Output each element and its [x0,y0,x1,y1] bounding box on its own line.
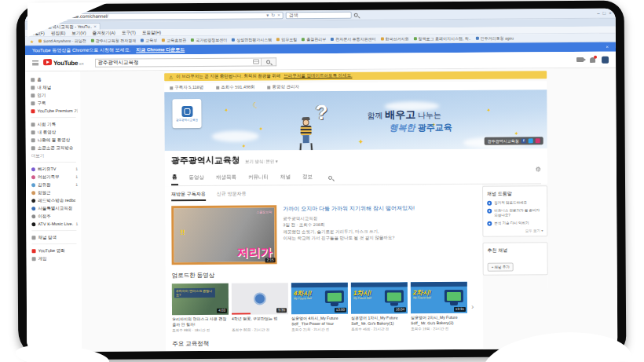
tab-playlists[interactable]: 재생목록 [215,172,237,185]
video-thumbnail[interactable]: 1차시! My Future Self 16:04 [351,282,408,313]
sidebar-item-trending[interactable]: 인기 [31,91,80,99]
keyboard-icon[interactable] [253,59,259,64]
bookmark-item[interactable]: 전자문서 유통지원센터 [331,37,375,42]
sidebar-item-history[interactable]: 시청 기록 [31,120,81,128]
sidebar-subscription[interactable]: 여성가족부1 [31,173,81,181]
tab-videos[interactable]: 동영상 [188,172,205,185]
sidebar-item-my-videos[interactable]: 내 동영상 [31,128,81,136]
sidebar-subscription[interactable]: 이정주 [31,212,81,220]
video-thumbnail[interactable]: 2차시! My Future Self 13:31 [411,282,467,313]
help-see-all-link[interactable]: 모두 보기 ▾ [487,229,543,232]
youtube-search-button[interactable] [262,57,276,66]
video-card[interactable]: 2차시! My Future Self 13:31 실용영어 2차시_My Fu… [411,282,467,331]
sidebar-item-subscriptions[interactable]: 구독 [31,99,80,107]
video-title[interactable]: 실용영어 2차시_My Future Self_ Mr. Gu's Bakery… [411,315,467,326]
bookmark-item[interactable]: 교육부 [141,38,157,42]
refresh-icon[interactable]: ↻ [271,13,275,17]
video-thumbnail[interactable]: 4차시! My Future Self 13:00 [291,283,348,314]
menu-view[interactable]: 보기(V) [71,30,86,35]
sidebar-item-watch-later[interactable]: 나중에 볼 동영상 [31,136,81,144]
account-avatar[interactable] [602,56,609,63]
facebook-icon[interactable]: f [521,138,526,143]
bookmark-item[interactable]: 업무포털 [276,37,297,42]
bookmark-item[interactable]: 인주거리호칭 agou [475,36,514,41]
video-manager-link[interactable]: 동영상 관리자 [268,84,300,90]
bookmark-item[interactable]: 출결관리부 [302,37,326,42]
help-item[interactable]: 정기적 업로드하세요 [487,200,543,205]
featured-video-thumbnail[interactable]: 스쿨오브락 !! 저리가 2:15 [171,205,276,265]
bookmark-item[interactable]: 상설면접평가시스템 [232,37,272,42]
youtube-logo[interactable]: YouTube KR [43,59,84,67]
url-dropdown-icon[interactable]: ▾ [266,13,269,17]
promo-close-icon[interactable]: × [606,45,609,49]
menu-edit[interactable]: 편집(E) [51,30,65,35]
sidebar-item-browse-channels[interactable]: 채널 탐색 [31,233,81,241]
video-card[interactable]: 1차시! My Future Self 16:04 실용영어 1차시_My Fu… [351,282,408,331]
video-upload-icon[interactable] [576,57,584,62]
bookmark-item[interactable]: 한국선거지원 [381,36,409,41]
sidebar-item-premium[interactable]: YouTube Premium 가입 [31,107,80,115]
close-tab-icon[interactable]: × [93,24,97,29]
featured-video-title[interactable]: 가까이 오지마 다들 가까워 지기위해 잠시 떨어져있자! [283,204,415,214]
chrome-download-link[interactable]: 지금 Chrome 다운로드 [136,46,185,53]
bookmark-item[interactable]: 국가법령정보센터 [191,38,227,42]
video-thumbnail[interactable]: 우리아이 면마스크 괜찮나요? 4:03 [172,283,229,315]
tab-channels[interactable]: 채널 [280,171,291,184]
update-browser-link[interactable]: 브라우저를 업데이트하도록 하세요. [284,73,352,79]
view-as-selector[interactable]: 보기 방식: 본인 ▾ [245,159,278,164]
minimize-button[interactable]: – [597,11,599,16]
channel-settings-gear-icon[interactable]: ⚙ [536,166,541,173]
sidebar-item-movies[interactable]: YouTube 영화 [32,247,82,254]
browser-search-icon[interactable] [354,13,358,16]
sidebar-subscription[interactable]: 정원근 [31,188,81,196]
twitter-icon[interactable] [529,138,533,143]
maximize-button[interactable]: □ [603,11,606,16]
notifications-bell-icon[interactable] [590,57,595,62]
sidebar-item-playlist[interactable]: 소곤소곤 교육방송 [31,144,81,152]
sidebar-item-show-more[interactable]: 더보기 [31,152,81,159]
video-card[interactable]: 4차시! My Future Self 13:00 실용영어 4차시_My Fu… [291,283,348,331]
sidebar-subscription[interactable]: ATV K-Music Live...1 [31,220,81,228]
help-item[interactable]: 비즈니스 전문가가 될 준비가 되셨나요? [487,208,543,218]
video-card[interactable]: 우리아이 면마스크 괜찮나요? 4:03 우리아이의 면마스크 사용 괜찮을까 … [172,283,229,332]
sidebar-subscription[interactable]: 빠키유TV1 [31,165,81,173]
youtube-search-input[interactable] [96,59,253,65]
bookmark-item[interactable]: 정책로그 홈페이지시스템, 학.. [414,36,471,41]
video-title[interactable]: 우리아이의 면마스크 사용 괜찮을까 안 될까! [172,316,229,327]
tab-about[interactable]: 정보 [302,171,313,184]
tab-returning-subscribers[interactable]: 재방문 구독자용 [171,191,206,201]
tab-community[interactable]: 커뮤니티 [247,171,269,184]
menu-help[interactable]: 도움말(H) [142,30,161,35]
channel-avatar-logo[interactable]: 광주광역시교육청 [172,99,201,128]
add-channel-button[interactable]: + 채널 추가 [488,262,514,271]
channel-search-icon[interactable] [328,175,332,179]
close-window-button[interactable]: × [609,11,612,16]
bookmark-item[interactable]: 교육홍보관 [162,38,186,42]
stop-icon[interactable]: × [277,13,280,17]
bookmark-item[interactable]: 광주시교육청 전자결재 [91,38,136,42]
tab-home[interactable]: 홈 [171,171,178,185]
bookmark-item[interactable]: Send Anywhere - 파일전 [38,38,86,43]
browser-search-input[interactable] [286,11,352,19]
menu-favorites[interactable]: 즐겨찾기(A) [93,30,115,35]
video-card[interactable]: 5:35 4학년 벚꽃, 구분만없는 법 조회수 80회 · 21시간 전 [232,283,288,331]
youtube-search-box[interactable] [95,57,262,67]
sidebar-item-home[interactable]: 홈 [31,75,80,83]
video-thumbnail[interactable]: 5:35 [232,283,288,314]
video-title[interactable]: 실용영어 4차시_My Future Self_ The Power of Yo… [291,316,348,327]
sidebar-item-my-channel[interactable]: 내 채널 [31,83,80,91]
menu-tools[interactable]: 도구(T) [122,30,136,35]
video-title[interactable]: 실용영어 1차시_My Future Self_ Mr. Gu's Bakery… [351,315,408,326]
guide-menu-icon[interactable] [32,60,38,65]
help-item[interactable]: 분석 기술 다시 익히기 [487,221,543,225]
sidebar-subscription[interactable]: 김유환1 [31,181,81,188]
tab-new-visitors[interactable]: 신규 방문자용 [217,191,247,201]
sidebar-subscription[interactable]: 레드박스방송 redbox [31,196,81,204]
sidebar-item-gaming[interactable]: 게임 [32,254,82,262]
instagram-icon[interactable] [536,138,540,143]
shelf-next-arrow-icon[interactable]: › [471,302,474,310]
url-text[interactable]: www.youtube.com/channel/ [51,13,264,19]
sidebar-subscription[interactable]: 서울특별시교육청 [31,204,81,212]
video-title[interactable]: 4학년 벚꽃, 구분만없는 법 [232,316,288,327]
favorites-star-icon[interactable]: ★ [30,38,34,44]
